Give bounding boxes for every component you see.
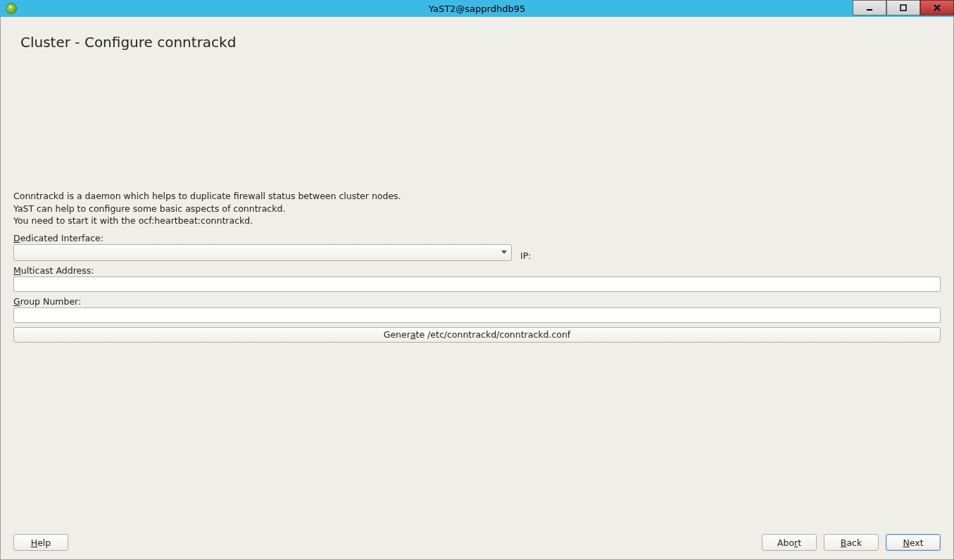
ip-label: IP: bbox=[520, 250, 531, 261]
svg-rect-0 bbox=[867, 9, 872, 11]
group-number-row: Group Number: bbox=[13, 296, 941, 323]
spacer-top bbox=[13, 51, 941, 190]
minimize-icon bbox=[866, 4, 873, 11]
close-button[interactable] bbox=[920, 0, 954, 15]
dedicated-interface-row: Dedicated Interface: IP: bbox=[13, 233, 941, 261]
multicast-address-row: Multicast Address: bbox=[13, 265, 941, 292]
help-button[interactable]: Help bbox=[13, 534, 68, 551]
multicast-address-label: Multicast Address: bbox=[13, 265, 941, 276]
button-bar: Help Abort Back Next bbox=[13, 534, 941, 551]
description-text: Conntrackd is a daemon which helps to du… bbox=[13, 190, 941, 227]
dedicated-interface-label: Dedicated Interface: bbox=[13, 233, 941, 243]
multicast-address-input[interactable] bbox=[13, 276, 941, 292]
maximize-button[interactable] bbox=[886, 0, 920, 15]
description-line2: YaST can help to configure some basic as… bbox=[13, 203, 941, 215]
page-title: Cluster - Configure conntrackd bbox=[20, 34, 941, 51]
abort-button[interactable]: Abort bbox=[762, 534, 817, 551]
chevron-down-icon bbox=[501, 250, 507, 254]
titlebar[interactable]: YaST2@sapprdhdb95 bbox=[0, 0, 954, 17]
window: YaST2@sapprdhdb95 Cluster - Configure co… bbox=[0, 0, 954, 560]
maximize-icon bbox=[900, 4, 907, 11]
generate-row: Generate /etc/conntrackd/conntrackd.conf bbox=[13, 327, 941, 343]
svg-rect-1 bbox=[900, 5, 906, 11]
window-controls bbox=[853, 0, 954, 17]
group-number-input[interactable] bbox=[13, 307, 941, 323]
window-title: YaST2@sapprdhdb95 bbox=[429, 4, 525, 14]
dedicated-interface-dropdown[interactable] bbox=[13, 244, 512, 261]
content-area: Cluster - Configure conntrackd Conntrack… bbox=[0, 17, 954, 560]
group-number-label: Group Number: bbox=[13, 296, 941, 307]
spacer-bottom bbox=[13, 347, 941, 528]
next-button[interactable]: Next bbox=[886, 534, 941, 551]
close-icon bbox=[934, 4, 941, 11]
yast-icon bbox=[6, 3, 17, 14]
back-button[interactable]: Back bbox=[824, 534, 879, 551]
minimize-button[interactable] bbox=[853, 0, 886, 15]
generate-button[interactable]: Generate /etc/conntrackd/conntrackd.conf bbox=[13, 327, 941, 343]
description-line1: Conntrackd is a daemon which helps to du… bbox=[13, 190, 941, 203]
description-line3: You need to start it with the ocf:heartb… bbox=[13, 215, 941, 227]
